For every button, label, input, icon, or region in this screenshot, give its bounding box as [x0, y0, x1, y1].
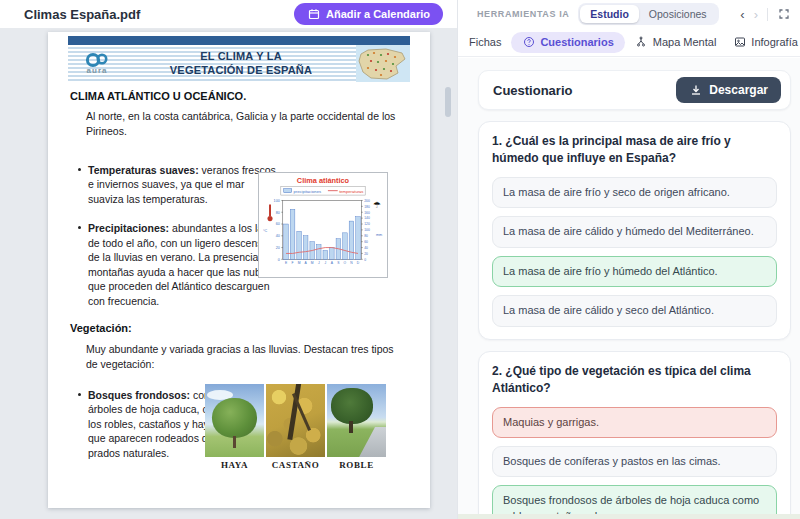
answer-option[interactable]: La masa de aire cálido y húmedo del Medi…	[492, 216, 777, 247]
pdf-section-heading: CLIMA ATLÁNTICO U OCEÁNICO.	[70, 90, 246, 102]
answer-option-incorrect[interactable]: Maquias y garrigas.	[492, 407, 777, 438]
pdf-bullet-item: Precipitaciones: abundantes a los largo …	[78, 221, 280, 308]
quiz-title: Cuestionario	[493, 83, 572, 98]
svg-text:☂: ☂	[373, 200, 381, 210]
svg-text:200: 200	[364, 199, 370, 203]
svg-text:60: 60	[276, 222, 280, 226]
answer-option[interactable]: La masa de aire frío y seco de origen af…	[492, 177, 777, 208]
banner-title-line1: EL CLIMA Y LA	[126, 50, 356, 64]
pdf-header-banner: aura EL CLIMA Y LA VEGETACIÓN DE ESPAÑA	[68, 36, 410, 82]
answer-option[interactable]: La masa de aire cálido y seco del Atlánt…	[492, 295, 777, 326]
bullet-bold: Temperaturas suaves:	[88, 164, 199, 176]
tree-photos-row: HAYA CASTAÑO ROBLE	[205, 384, 386, 470]
svg-text:0: 0	[364, 258, 366, 262]
banner-title-line2: VEGETACIÓN DE ESPAÑA	[126, 64, 356, 78]
svg-text:N: N	[350, 261, 353, 265]
svg-text:A: A	[305, 261, 308, 265]
image-icon	[733, 36, 746, 49]
svg-text:80: 80	[276, 211, 280, 215]
vegetation-heading: Vegetación:	[70, 322, 132, 334]
pdf-banner-title: EL CLIMA Y LA VEGETACIÓN DE ESPAÑA	[126, 50, 356, 78]
tab-cuestionarios[interactable]: Cuestionarios	[511, 32, 624, 53]
tab-fichas[interactable]: Fichas	[462, 32, 508, 52]
svg-text:J: J	[324, 261, 326, 265]
questions: 1. ¿Cuál es la principal masa de aire fr…	[478, 121, 791, 514]
answer-option-correct[interactable]: Bosques frondosos de árboles de hoja cad…	[492, 485, 777, 514]
tree-label: HAYA	[205, 460, 264, 470]
tree-figure-roble: ROBLE	[327, 384, 386, 470]
ai-tools-pane: HERRAMIENTAS IA EstudioOposiciones ‹ › F…	[457, 0, 800, 519]
document-topbar: Climas España.pdf Añadir a Calendario	[0, 0, 457, 28]
download-icon	[689, 84, 702, 97]
bullet-dot	[78, 393, 81, 396]
bullet-text: Temperaturas suaves: veranos frescos e i…	[88, 163, 280, 206]
document-title: Climas España.pdf	[24, 7, 140, 22]
pdf-bullet-item: Temperaturas suaves: veranos frescos e i…	[78, 163, 280, 206]
svg-text:M: M	[298, 261, 301, 265]
question-text: 2. ¿Qué tipo de vegetación es típica del…	[492, 363, 777, 397]
pdf-viewer[interactable]: aura EL CLIMA Y LA VEGETACIÓN DE ESPAÑA	[0, 28, 457, 519]
svg-text:Clima atlántico: Clima atlántico	[297, 176, 350, 185]
ai-tools-header: HERRAMIENTAS IA EstudioOposiciones ‹ ›	[458, 0, 800, 28]
haya-photo	[205, 384, 264, 457]
pdf-page: aura EL CLIMA Y LA VEGETACIÓN DE ESPAÑA	[48, 32, 430, 508]
svg-text:O: O	[344, 261, 347, 265]
tab-mapa-mental[interactable]: Mapa Mental	[628, 32, 724, 53]
svg-text:M: M	[311, 261, 314, 265]
svg-text:precipitaciones: precipitaciones	[294, 189, 321, 194]
svg-text:S: S	[337, 261, 340, 265]
svg-text:40: 40	[276, 234, 280, 238]
question-card: 1. ¿Cuál es la principal masa de aire fr…	[478, 121, 791, 340]
tab-label: Infografía	[751, 36, 797, 48]
question-text: 1. ¿Cuál es la principal masa de aire fr…	[492, 133, 777, 167]
svg-text:J: J	[318, 261, 320, 265]
banner-top-bar	[68, 36, 410, 45]
tab-label: Mapa Mental	[653, 36, 717, 48]
svg-text:20: 20	[364, 252, 368, 256]
bullet-bold: Precipitaciones:	[88, 222, 169, 234]
answer-option[interactable]: Bosques de coníferas y pastos en las cim…	[492, 446, 777, 477]
quiz-content: Cuestionario Descargar 1. ¿Cuál es la pr…	[458, 58, 800, 514]
svg-text:20: 20	[276, 246, 280, 250]
download-button[interactable]: Descargar	[676, 77, 781, 103]
pdf-bullet-list: Temperaturas suaves: veranos frescos e i…	[78, 163, 280, 323]
mode-toggle: EstudioOposiciones	[578, 3, 718, 25]
svg-text:temperaturas: temperaturas	[339, 189, 363, 194]
tree-label: CASTAÑO	[266, 460, 325, 470]
ai-tools-label: HERRAMIENTAS IA	[477, 9, 569, 19]
bullet-dot	[78, 168, 81, 171]
tree-figure-haya: HAYA	[205, 384, 264, 470]
bullet-rest: abundantes a los largo de todo el año, c…	[88, 222, 278, 306]
svg-text:180: 180	[364, 205, 370, 209]
mindmap-icon	[635, 36, 648, 49]
chevron-left-icon[interactable]: ‹	[740, 8, 744, 21]
app-window: Climas España.pdf Añadir a Calendario	[0, 0, 800, 519]
bullet-bold: Bosques frondosos:	[88, 389, 190, 401]
add-to-calendar-button[interactable]: Añadir a Calendario	[294, 3, 443, 25]
mode-oposiciones[interactable]: Oposiciones	[639, 5, 717, 23]
climate-chart-svg: Clima atlánticoprecipitacionestemperatur…	[259, 173, 387, 277]
expand-icon[interactable]	[777, 8, 790, 21]
svg-text:120: 120	[364, 222, 370, 226]
svg-text:E: E	[285, 261, 288, 265]
pdf-scrollbar[interactable]	[445, 87, 451, 117]
svg-text:80: 80	[364, 234, 368, 238]
panel-nav: ‹ ›	[740, 8, 790, 21]
bottom-strip	[458, 514, 800, 519]
svg-text:0: 0	[278, 258, 280, 262]
aura-logo-text: aura	[87, 66, 108, 75]
roble-photo	[327, 384, 386, 457]
question-card: 2. ¿Qué tipo de vegetación es típica del…	[478, 351, 791, 514]
calendar-icon	[307, 8, 320, 21]
document-pane: Climas España.pdf Añadir a Calendario	[0, 0, 457, 519]
question-circle-icon	[522, 36, 535, 49]
svg-text:A: A	[331, 261, 334, 265]
svg-text:100: 100	[274, 199, 280, 203]
mode-estudio[interactable]: Estudio	[580, 5, 639, 23]
answer-option-correct[interactable]: La masa de aire frío y húmedo del Atlánt…	[492, 256, 777, 287]
tab-infografia[interactable]: Infografía	[726, 32, 800, 53]
vegetation-intro: Muy abundante y variada gracias a las ll…	[86, 342, 400, 371]
chevron-right-icon[interactable]: ›	[754, 8, 758, 21]
download-label: Descargar	[709, 83, 768, 97]
tree-figure-castano: CASTAÑO	[266, 384, 325, 470]
